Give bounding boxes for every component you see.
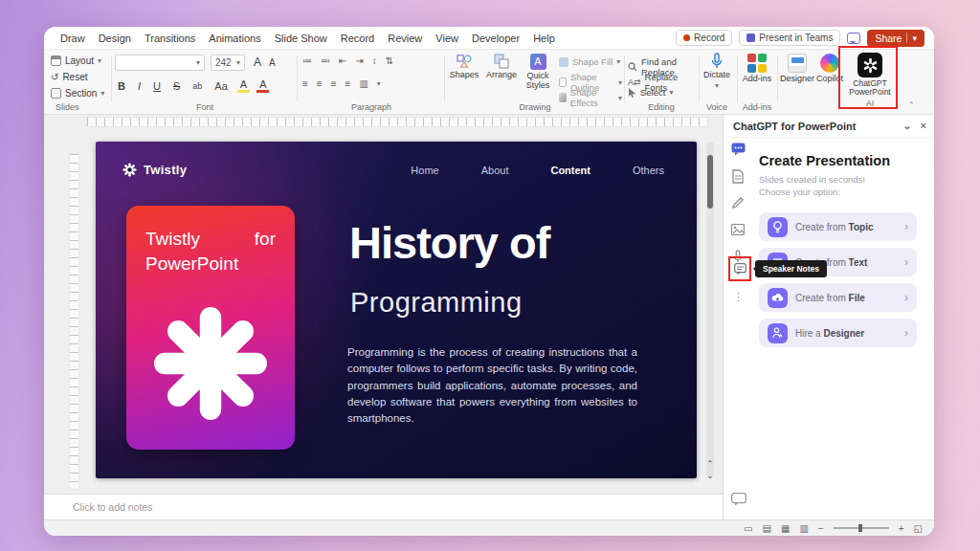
zoom-slider[interactable] — [834, 527, 889, 529]
bulb-icon — [768, 217, 788, 237]
menu-design[interactable]: Design — [92, 33, 138, 44]
italic-button[interactable]: I — [135, 80, 144, 92]
line-spacing-icon[interactable]: ↕ — [372, 55, 377, 66]
document-tab-icon[interactable] — [730, 168, 746, 184]
quick-styles-button[interactable]: A Quick Styles — [521, 54, 555, 91]
panel-collapse-icon[interactable]: ⌄ — [902, 120, 911, 132]
bullets-icon[interactable]: ≔ — [302, 55, 312, 66]
menu-draw[interactable]: Draw — [54, 33, 92, 44]
layout-button[interactable]: Layout ▾ — [48, 55, 104, 67]
speaker-notes-highlight-box — [728, 256, 751, 281]
comments-icon[interactable] — [847, 33, 860, 44]
record-button[interactable]: Record — [676, 30, 732, 46]
addins-button[interactable]: Add-ins — [740, 54, 774, 84]
menu-view[interactable]: View — [429, 33, 465, 44]
hire-a-designer-button[interactable]: Hire a Designer › — [759, 319, 917, 347]
create-from-topic-button[interactable]: Create from Topic › — [759, 212, 917, 241]
chatgpt-powerpoint-button[interactable]: ChatGPT PowerPoint AI — [846, 53, 894, 108]
font-name-input[interactable]: ▾ — [115, 55, 205, 71]
dictate-button[interactable]: Dictate ▾ — [701, 54, 733, 91]
notes-toggle-icon[interactable]: ▭ — [744, 523, 752, 534]
align-left-icon[interactable]: ≡ — [302, 78, 308, 89]
align-right-icon[interactable]: ≡ — [331, 78, 337, 89]
panel-title: ChatGPT for PowerPoint — [733, 121, 856, 132]
grow-font-button[interactable]: A — [251, 55, 264, 69]
horizontal-ruler — [86, 117, 708, 127]
shape-fill-button[interactable]: Shape Fill ▾ — [559, 56, 620, 67]
font-color-button[interactable]: A — [256, 78, 269, 93]
notes-pane[interactable]: Click to add notes — [44, 494, 723, 519]
menu-review[interactable]: Review — [381, 33, 429, 44]
vertical-scrollbar[interactable] — [706, 142, 714, 478]
menu-record[interactable]: Record — [334, 33, 381, 44]
columns-icon[interactable]: ▥ — [359, 78, 368, 89]
voice-group-label: Voice — [701, 102, 733, 112]
zoom-in-button[interactable]: + — [899, 523, 904, 534]
present-in-teams-button[interactable]: Present in Teams — [739, 30, 840, 46]
indent-decrease-icon[interactable]: ⇤ — [339, 55, 346, 66]
ribbon-collapse-icon[interactable]: ⌃ — [907, 100, 915, 110]
arrange-button[interactable]: Arrange — [484, 54, 519, 80]
paragraph-more-icon[interactable]: ▾ — [377, 79, 381, 88]
view-sorter-icon[interactable]: ▦ — [781, 523, 790, 534]
menu-developer[interactable]: Developer — [465, 33, 526, 44]
numbering-icon[interactable]: ≕ — [321, 55, 330, 66]
shrink-font-button[interactable]: A — [266, 57, 278, 68]
twistly-logo-icon — [122, 163, 137, 177]
reset-button[interactable]: ↺ Reset — [48, 71, 91, 83]
menu-slide-show[interactable]: Slide Show — [268, 33, 334, 44]
text-direction-icon[interactable]: ⇅ — [386, 55, 393, 66]
zoom-slider-thumb[interactable] — [858, 524, 862, 532]
more-tabs-icon[interactable]: ⋮ — [733, 291, 744, 303]
previous-slide-button[interactable]: ⌃ — [706, 459, 714, 469]
editor-area: Twistly Home About Content Others Twistl… — [44, 115, 723, 519]
menu-help[interactable]: Help — [526, 33, 562, 44]
view-slideshow-icon[interactable]: ▥ — [799, 523, 808, 534]
select-button[interactable]: Select ▾ — [628, 87, 673, 98]
view-normal-icon[interactable]: ▤ — [763, 523, 771, 534]
chat-tab-icon[interactable] — [730, 142, 746, 157]
menubar: Draw Design Transitions Animations Slide… — [44, 27, 934, 50]
quick-styles-icon: A — [530, 54, 546, 70]
designer-button[interactable]: Designer — [781, 54, 813, 84]
drawing-group-label: Drawing — [448, 102, 622, 112]
bold-button[interactable]: B — [115, 80, 128, 92]
shapes-icon — [457, 54, 472, 69]
shapes-button[interactable]: Shapes — [448, 54, 480, 80]
indent-increase-icon[interactable]: ⇥ — [355, 55, 363, 66]
panel-subtitle-2: Choose your option: — [759, 187, 917, 197]
image-tab-icon[interactable] — [730, 222, 746, 237]
section-button[interactable]: Section ▾ — [48, 87, 107, 99]
fit-slide-icon[interactable]: ◱ — [914, 523, 923, 534]
character-spacing-button[interactable]: ab — [189, 81, 205, 91]
chevron-right-icon: › — [904, 255, 908, 269]
highlight-color-button[interactable]: A — [237, 78, 250, 93]
zoom-out-button[interactable]: − — [818, 523, 824, 534]
create-from-file-button[interactable]: Create from File › — [759, 283, 917, 312]
panel-chat-icon[interactable] — [731, 493, 746, 510]
edit-tab-icon[interactable] — [730, 195, 746, 210]
justify-icon[interactable]: ≡ — [345, 78, 351, 89]
panel-subtitle-1: Slides created in seconds! — [759, 174, 917, 185]
scrollbar-thumb[interactable] — [707, 155, 713, 209]
speaker-notes-tab-icon[interactable] — [732, 261, 747, 276]
asterisk-graphic — [145, 307, 276, 420]
align-center-icon[interactable]: ≡ — [317, 78, 323, 89]
font-size-input[interactable]: 242 ▾ — [211, 55, 245, 71]
designer-icon — [788, 54, 807, 73]
copilot-button[interactable]: Copilot — [815, 54, 844, 84]
panel-close-icon[interactable]: × — [921, 120, 926, 132]
change-case-button[interactable]: Aa — [212, 80, 230, 92]
voice-group: Dictate ▾ Voice — [701, 50, 733, 114]
underline-button[interactable]: U — [150, 80, 164, 92]
drawing-group: Shapes Arrange A Quick Styles Shape Fill… — [448, 50, 622, 114]
next-slide-button[interactable]: ⌄ — [706, 471, 714, 480]
slide-canvas[interactable]: Twistly Home About Content Others Twistl… — [96, 142, 697, 478]
menu-animations[interactable]: Animations — [202, 33, 267, 44]
slide-nav-home: Home — [411, 165, 438, 176]
microphone-icon — [709, 54, 724, 69]
menu-transitions[interactable]: Transitions — [138, 33, 202, 44]
slides-group-label: Slides — [48, 102, 109, 112]
share-button[interactable]: Share ▾ — [867, 30, 924, 47]
strikethrough-button[interactable]: S — [170, 80, 183, 92]
